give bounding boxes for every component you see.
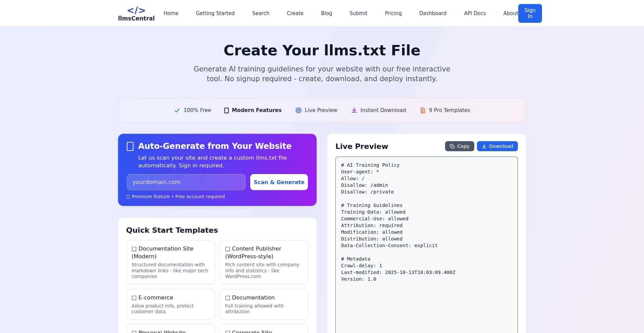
- template-card-corporate-site[interactable]: □ Corporate Site Restricted with legal c…: [220, 324, 309, 333]
- auto-generate-title: Auto-Generate from Your Website: [138, 141, 291, 151]
- placeholder-box-icon: [127, 142, 133, 151]
- nav-item-submit[interactable]: Submit: [350, 10, 367, 16]
- download-icon: [351, 107, 358, 114]
- auto-generate-card: Auto-Generate from Your Website Let us s…: [118, 134, 317, 206]
- brand-name: llmsCentral: [118, 16, 155, 21]
- main-content: Create Your llms.txt File Generate AI tr…: [118, 42, 526, 333]
- check-icon: [174, 107, 180, 114]
- template-title: □ Content Publisher (WordPress-style): [225, 245, 303, 260]
- template-title: □ E-commerce: [131, 294, 210, 301]
- download-button[interactable]: Download: [477, 141, 518, 151]
- template-description: Full training allowed with attribution: [225, 303, 303, 315]
- badge-label: Modern Features: [232, 107, 282, 113]
- quick-start-heading: Quick Start Templates: [126, 226, 309, 235]
- template-card-documentation[interactable]: □ Documentation Full training allowed wi…: [220, 289, 309, 320]
- badge-label: 100% Free: [183, 107, 211, 113]
- feature-badges-bar: 100% Free Modern Features Live Preview I…: [118, 98, 526, 123]
- placeholder-box-icon: [127, 195, 129, 199]
- nav-item-create[interactable]: Create: [287, 10, 304, 16]
- page-title: Create Your llms.txt File: [118, 42, 526, 58]
- sign-in-button[interactable]: Sign In: [518, 4, 542, 23]
- template-card-documentation-site[interactable]: □ Documentation Site (Modern) Structured…: [126, 240, 215, 284]
- copy-button[interactable]: Copy: [445, 141, 474, 151]
- template-grid: □ Documentation Site (Modern) Structured…: [126, 240, 309, 333]
- badge-instant-download: Instant Download: [351, 107, 406, 114]
- scan-generate-button[interactable]: Scan & Generate: [250, 174, 308, 190]
- badge-free: 100% Free: [174, 107, 211, 114]
- template-title: □ Documentation: [225, 294, 303, 301]
- nav-item-about[interactable]: About: [503, 10, 518, 16]
- template-card-personal-website[interactable]: □ Personal Website Opt-out with contact …: [126, 324, 215, 333]
- nav-item-home[interactable]: Home: [163, 10, 178, 16]
- nav-item-blog[interactable]: Blog: [321, 10, 332, 16]
- template-description: Rich content site with company info and …: [225, 262, 303, 280]
- brand-logo[interactable]: </> llmsCentral: [118, 6, 155, 21]
- badge-live-preview: Live Preview: [295, 107, 337, 114]
- eye-icon: [295, 107, 302, 114]
- copy-icon: [450, 144, 455, 149]
- nav-links: Home Getting Started Search Create Blog …: [163, 10, 518, 16]
- domain-input[interactable]: [127, 174, 246, 190]
- nav-item-search[interactable]: Search: [252, 10, 270, 16]
- template-description: Allow product info, protect customer dat…: [131, 303, 210, 315]
- nav-item-getting-started[interactable]: Getting Started: [196, 10, 235, 16]
- auto-generate-description: Let us scan your site and create a custo…: [138, 154, 308, 169]
- template-title: □ Personal Website: [131, 329, 210, 333]
- premium-note-text: Premium feature • Free account required: [132, 194, 225, 199]
- nav-item-dashboard[interactable]: Dashboard: [419, 10, 446, 16]
- badge-label: Instant Download: [361, 107, 406, 113]
- template-title: □ Corporate Site: [225, 329, 303, 333]
- file-icon: [420, 107, 426, 114]
- page-subtitle: Generate AI training guidelines for your…: [193, 64, 451, 84]
- nav-item-pricing[interactable]: Pricing: [385, 10, 402, 16]
- placeholder-box-icon: [224, 108, 229, 113]
- llms-txt-preview-content[interactable]: # AI Training Policy User-agent: * Allow…: [335, 157, 518, 333]
- badge-pro-templates: 9 Pro Templates: [420, 107, 470, 114]
- premium-note: Premium feature • Free account required: [127, 194, 308, 199]
- download-icon: [482, 144, 487, 149]
- quick-start-panel: Quick Start Templates □ Documentation Si…: [118, 218, 317, 333]
- template-title: □ Documentation Site (Modern): [131, 245, 210, 260]
- badge-label: Live Preview: [305, 107, 337, 113]
- download-button-label: Download: [489, 144, 513, 149]
- copy-button-label: Copy: [457, 144, 470, 149]
- top-nav: </> llmsCentral Home Getting Started Sea…: [0, 0, 644, 27]
- template-card-ecommerce[interactable]: □ E-commerce Allow product info, protect…: [126, 289, 215, 320]
- badge-modern-features: Modern Features: [224, 107, 282, 113]
- badge-label: 9 Pro Templates: [429, 107, 470, 113]
- live-preview-heading: Live Preview: [335, 142, 388, 151]
- nav-item-api-docs[interactable]: API Docs: [464, 10, 486, 16]
- code-brackets-icon: </>: [127, 6, 146, 15]
- live-preview-panel: Live Preview Copy Download # AI Training…: [327, 134, 526, 333]
- template-description: Structured documentation with markdown l…: [131, 262, 210, 280]
- template-card-content-publisher[interactable]: □ Content Publisher (WordPress-style) Ri…: [220, 240, 309, 284]
